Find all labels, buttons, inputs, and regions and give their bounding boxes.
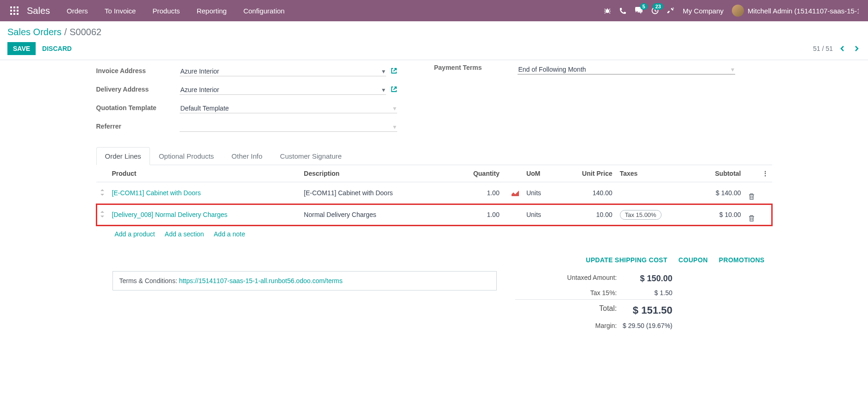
description-cell[interactable]: [E-COM11] Cabinet with Doors — [300, 182, 450, 204]
svg-rect-5 — [17, 10, 19, 12]
price-cell[interactable]: 140.00 — [557, 182, 616, 204]
chat-badge: 5 — [640, 3, 648, 10]
save-button[interactable]: SAVE — [7, 42, 36, 55]
delivery-address-field[interactable]: Azure Interior ▾ — [180, 84, 386, 95]
col-description: Description — [300, 165, 450, 182]
pager-next[interactable] — [852, 43, 861, 54]
svg-marker-13 — [100, 211, 104, 213]
tab-customer-signature[interactable]: Customer Signature — [271, 147, 350, 165]
quotation-template-field[interactable]: Default Template ▾ — [180, 103, 397, 113]
external-link-icon[interactable] — [391, 68, 397, 74]
col-uom: UoM — [523, 165, 557, 182]
col-subtotal: Subtotal — [693, 165, 744, 182]
delete-icon[interactable] — [749, 186, 755, 200]
phone-icon[interactable] — [619, 7, 626, 14]
drag-handle-icon[interactable] — [96, 204, 108, 226]
user-menu[interactable]: Mitchell Admin (15141107-saas-15-1-al — [732, 5, 859, 17]
terms-link[interactable]: https://15141107-saas-15-1-all.runbot56.… — [179, 277, 343, 284]
table-row[interactable]: [Delivery_008] Normal Delivery ChargesNo… — [96, 204, 772, 226]
nav-item-products[interactable]: Products — [144, 1, 188, 20]
breadcrumb-current: S00062 — [69, 27, 101, 37]
control-panel: Sales Orders / S00062 SAVE DISCARD 51 / … — [0, 21, 868, 60]
tax-tag[interactable]: Tax 15.00% — [620, 210, 662, 220]
apps-icon[interactable] — [5, 6, 24, 15]
payment-terms-field[interactable]: End of Following Month ▾ — [518, 64, 735, 74]
chart-icon[interactable] — [512, 191, 519, 196]
quotation-template-value: Default Template — [181, 105, 229, 112]
form-sheet: Invoice Address Azure Interior ▾ Deliver… — [89, 60, 780, 341]
delivery-address-value: Azure Interior — [181, 86, 219, 93]
nav-item-reporting[interactable]: Reporting — [188, 1, 235, 20]
drag-handle-icon[interactable] — [96, 182, 108, 204]
subtotal-cell: $ 140.00 — [693, 182, 744, 204]
breadcrumb-parent[interactable]: Sales Orders — [7, 27, 62, 37]
price-cell[interactable]: 10.00 — [557, 204, 616, 226]
description-cell[interactable]: Normal Delivery Charges — [300, 204, 450, 226]
invoice-address-value: Azure Interior — [181, 68, 219, 75]
tools-icon[interactable] — [667, 7, 674, 14]
kebab-icon[interactable]: ⋮ — [758, 165, 772, 182]
caret-down-icon: ▾ — [382, 86, 385, 93]
table-row[interactable]: [E-COM11] Cabinet with Doors[E-COM11] Ca… — [96, 182, 772, 204]
taxes-cell[interactable]: Tax 15.00% — [616, 204, 693, 226]
svg-rect-1 — [13, 6, 15, 8]
svg-marker-12 — [100, 194, 104, 196]
company-selector[interactable]: My Company — [683, 7, 724, 15]
delivery-address-label: Delivery Address — [96, 86, 180, 93]
top-navbar: Sales Orders To Invoice Products Reporti… — [0, 0, 868, 21]
qty-cell[interactable]: 1.00 — [450, 204, 503, 226]
tab-other-info[interactable]: Other Info — [223, 147, 271, 165]
col-taxes: Taxes — [616, 165, 693, 182]
svg-rect-6 — [10, 13, 12, 15]
delete-icon[interactable] — [749, 208, 755, 222]
totals: Untaxed Amount: $ 150.00 Tax 15%: $ 1.50… — [515, 271, 673, 332]
tabs: Order Lines Optional Products Other Info… — [96, 147, 772, 165]
product-cell[interactable]: [Delivery_008] Normal Delivery Charges — [112, 211, 228, 218]
quotation-template-label: Quotation Template — [96, 104, 180, 111]
add-note-link[interactable]: Add a note — [214, 230, 245, 238]
pager-text[interactable]: 51 / 51 — [813, 45, 833, 52]
add-product-link[interactable]: Add a product — [115, 230, 155, 238]
invoice-address-field[interactable]: Azure Interior ▾ — [180, 66, 386, 76]
col-quantity: Quantity — [450, 165, 503, 182]
coupon-button[interactable]: COUPON — [679, 256, 708, 264]
breadcrumb-separator: / — [64, 27, 67, 37]
chat-icon[interactable]: 5 — [635, 7, 643, 14]
update-shipping-button[interactable]: UPDATE SHIPPING COST — [586, 256, 667, 264]
activity-icon[interactable]: 23 — [651, 7, 659, 14]
nav-item-to-invoice[interactable]: To Invoice — [96, 1, 144, 20]
uom-cell[interactable]: Units — [523, 182, 557, 204]
add-section-link[interactable]: Add a section — [165, 230, 204, 238]
svg-rect-7 — [13, 13, 15, 15]
caret-down-icon: ▾ — [731, 66, 734, 73]
col-product: Product — [108, 165, 300, 182]
taxes-cell[interactable] — [616, 182, 693, 204]
total-value: $ 151.50 — [617, 304, 673, 316]
untaxed-value: $ 150.00 — [617, 274, 673, 284]
qty-cell[interactable]: 1.00 — [450, 182, 503, 204]
svg-rect-8 — [17, 13, 19, 15]
svg-rect-3 — [10, 10, 12, 12]
terms-field[interactable]: Terms & Conditions: https://15141107-saa… — [112, 271, 497, 290]
promotions-button[interactable]: PROMOTIONS — [719, 256, 765, 264]
tab-order-lines[interactable]: Order Lines — [96, 147, 150, 165]
invoice-address-label: Invoice Address — [96, 67, 180, 74]
margin-label: Margin: — [515, 322, 617, 329]
product-cell[interactable]: [E-COM11] Cabinet with Doors — [112, 189, 201, 197]
pager: 51 / 51 — [813, 43, 861, 54]
nav-item-configuration[interactable]: Configuration — [235, 1, 293, 20]
discard-button[interactable]: DISCARD — [36, 42, 78, 55]
bug-icon[interactable] — [604, 7, 611, 14]
nav-menu: Orders To Invoice Products Reporting Con… — [58, 1, 293, 20]
tab-optional-products[interactable]: Optional Products — [150, 147, 223, 165]
app-name[interactable]: Sales — [24, 6, 58, 16]
uom-cell[interactable]: Units — [523, 204, 557, 226]
pager-prev[interactable] — [838, 43, 847, 54]
notebook: Order Lines Optional Products Other Info… — [96, 147, 772, 341]
nav-item-orders[interactable]: Orders — [58, 1, 96, 20]
external-link-icon[interactable] — [391, 86, 397, 93]
svg-rect-0 — [10, 6, 12, 8]
referrer-field[interactable]: ▾ — [180, 121, 397, 132]
svg-rect-4 — [13, 10, 15, 12]
order-lines-table: Product Description Quantity UoM Unit Pr… — [96, 165, 772, 226]
